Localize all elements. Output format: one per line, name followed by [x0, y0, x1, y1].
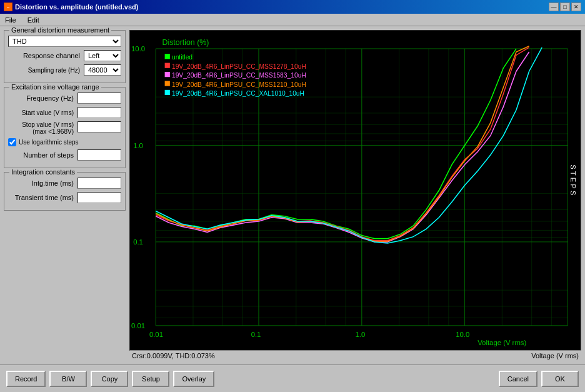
integration-group-title: Integration constants — [9, 168, 77, 176]
chart-title-text: Distortion (%) — [162, 38, 209, 47]
record-button[interactable]: Record — [6, 371, 46, 387]
ok-button[interactable]: OK — [541, 371, 579, 387]
measure-type-select[interactable]: THD — [8, 36, 121, 47]
setup-button[interactable]: Setup — [132, 371, 169, 387]
app-icon: ~ — [4, 3, 12, 11]
title-bar: ~ Distortion vs. amplitude (untitled.vsd… — [0, 0, 585, 14]
integration-group: Integration constants Intg.time (ms) 550… — [4, 172, 126, 211]
legend-label-0: untitled — [172, 54, 192, 61]
left-panel: General distortion measurement THD Respo… — [4, 30, 126, 361]
overlay-button[interactable]: Overlay — [173, 371, 214, 387]
transient-time-label: Transient time (ms) — [8, 194, 78, 201]
response-channel-select[interactable]: Left Right — [84, 50, 121, 61]
start-value-label: Start value (V rms) — [8, 109, 78, 116]
window-title: Distortion vs. amplitude (untitled.vsd) — [15, 3, 138, 11]
x-label-01: 0.1 — [251, 331, 261, 338]
x-label-10: 10.0 — [456, 331, 469, 338]
stop-value-label2: (max <1.968V) — [8, 128, 74, 135]
frequency-input[interactable]: 1000 — [78, 93, 121, 104]
menu-file[interactable]: File — [2, 16, 19, 24]
stop-value-input[interactable]: 1.9 — [78, 121, 121, 133]
legend-color-0 — [165, 54, 170, 59]
sampling-rate-select[interactable]: 48000 44100 96000 — [84, 64, 121, 76]
log-steps-label: Use logarithmic steps — [19, 139, 79, 146]
response-channel-label: Response channel — [8, 52, 84, 59]
legend-label-4: 19V_20dB_4R6_LinPSU_CC_XAL1010_10uH — [172, 90, 304, 97]
excitation-group-title: Excitation sine voltage range — [9, 83, 101, 91]
intg-time-label: Intg.time (ms) — [8, 179, 78, 187]
y-label-1: 1.0 — [133, 142, 143, 149]
y-label-001: 0.01 — [131, 322, 145, 329]
x-axis-title: Voltage (V rms) — [478, 339, 526, 346]
legend-label-1: 19V_20dB_4R6_LinPSU_CC_MSS1278_10uH — [172, 63, 306, 70]
sampling-rate-label: Sampling rate (Hz) — [8, 67, 84, 74]
cancel-button[interactable]: Cancel — [499, 371, 538, 387]
legend-color-1 — [165, 63, 170, 68]
general-group: General distortion measurement THD Respo… — [4, 30, 126, 83]
legend-label-2: 19V_20dB_4R6_LinPSU_CC_MSS1583_10uH — [172, 72, 306, 79]
status-left: Crsr:0.0099V, THD:0.073% — [132, 352, 215, 359]
frequency-label: Frequency (Hz) — [8, 94, 78, 102]
bw-button[interactable]: B/W — [49, 371, 87, 387]
steps-label: S T E P S — [569, 164, 577, 196]
chart-svg: 10.0 1.0 0.1 0.01 0.01 0.1 1.0 10.0 Dist… — [130, 31, 581, 350]
log-steps-checkbox[interactable] — [8, 138, 16, 146]
close-button[interactable]: ✕ — [571, 3, 581, 11]
y-label-10: 10.0 — [131, 45, 145, 53]
general-group-title: General distortion measurement — [9, 26, 111, 34]
y-label-01: 0.1 — [133, 238, 143, 246]
x-label-001: 0.01 — [149, 331, 163, 338]
stop-value-label: Stop value (V rms) — [8, 121, 74, 128]
start-value-input[interactable]: 0.001 — [78, 107, 121, 118]
num-steps-input[interactable]: 50 — [78, 149, 121, 161]
excitation-group: Excitation sine voltage range Frequency … — [4, 87, 126, 168]
legend-label-3: 19V_20dB_4R6_LinPSU_CC_MSS1210_10uH — [172, 81, 306, 88]
legend-color-4 — [165, 90, 170, 95]
chart-container[interactable]: 10.0 1.0 0.1 0.01 0.01 0.1 1.0 10.0 Dist… — [129, 30, 581, 351]
num-steps-label: Number of steps — [8, 151, 78, 159]
chart-area: 10.0 1.0 0.1 0.01 0.01 0.1 1.0 10.0 Dist… — [129, 30, 581, 361]
menu-edit[interactable]: Edit — [25, 16, 42, 24]
x-label-1: 1.0 — [356, 331, 366, 338]
copy-button[interactable]: Copy — [91, 371, 128, 387]
chart-status: Crsr:0.0099V, THD:0.073% Voltage (V rms) — [129, 351, 581, 361]
menu-bar: File Edit — [0, 14, 585, 26]
bottom-bar: Record B/W Copy Setup Overlay Cancel OK — [0, 364, 585, 392]
maximize-button[interactable]: □ — [560, 3, 570, 11]
transient-time-input[interactable]: 100 — [78, 192, 121, 203]
intg-time-input[interactable]: 550 — [78, 178, 121, 189]
legend-color-2 — [165, 72, 170, 77]
legend-color-3 — [165, 81, 170, 86]
status-right: Voltage (V rms) — [531, 352, 579, 359]
minimize-button[interactable]: — — [549, 3, 559, 11]
